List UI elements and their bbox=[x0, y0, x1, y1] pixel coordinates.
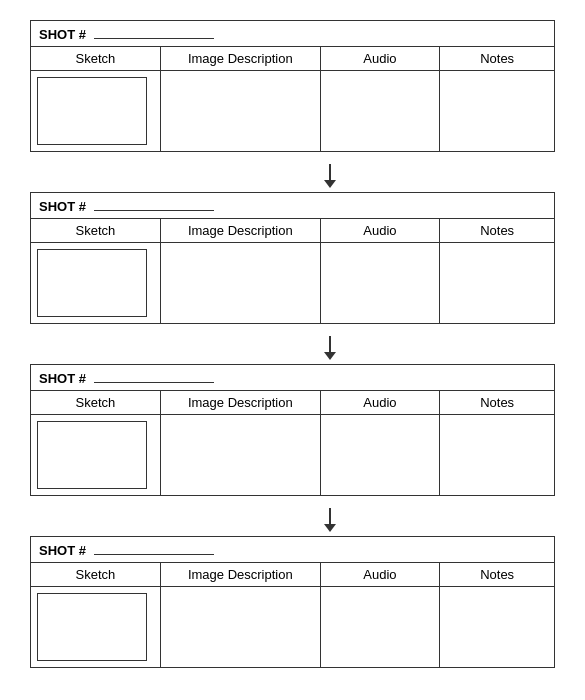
shot-number-line-2[interactable] bbox=[94, 197, 214, 211]
arrow-head-2 bbox=[324, 352, 336, 360]
arrow-head-1 bbox=[324, 180, 336, 188]
col-audio-1: Audio bbox=[320, 47, 440, 71]
table-row bbox=[31, 243, 555, 324]
col-notes-2: Notes bbox=[440, 219, 555, 243]
arrow-shaft-3 bbox=[329, 508, 331, 524]
shot-number-line-3[interactable] bbox=[94, 369, 214, 383]
col-sketch-1: Sketch bbox=[31, 47, 161, 71]
shot-header-2: SHOT # bbox=[30, 192, 555, 218]
col-sketch-4: Sketch bbox=[31, 563, 161, 587]
shot-header-3: SHOT # bbox=[30, 364, 555, 390]
sketch-drawing-area-3[interactable] bbox=[37, 421, 147, 489]
image-desc-cell-3[interactable] bbox=[160, 415, 320, 496]
arrow-1 bbox=[249, 164, 336, 188]
col-image-desc-4: Image Description bbox=[160, 563, 320, 587]
sketch-cell-2[interactable] bbox=[31, 243, 161, 324]
sketch-cell-3[interactable] bbox=[31, 415, 161, 496]
shot-header-4: SHOT # bbox=[30, 536, 555, 562]
image-desc-cell-4[interactable] bbox=[160, 587, 320, 668]
arrow-down-1 bbox=[324, 164, 336, 188]
shot-number-line-1[interactable] bbox=[94, 25, 214, 39]
sketch-drawing-area-4[interactable] bbox=[37, 593, 147, 661]
shot-label-4: SHOT # bbox=[39, 543, 86, 558]
col-image-desc-2: Image Description bbox=[160, 219, 320, 243]
shot-table-3: Sketch Image Description Audio Notes bbox=[30, 390, 555, 496]
shot-block-1: SHOT # Sketch Image Description Audio No… bbox=[30, 20, 555, 152]
arrow-down-2 bbox=[324, 336, 336, 360]
col-notes-4: Notes bbox=[440, 563, 555, 587]
shot-table-2: Sketch Image Description Audio Notes bbox=[30, 218, 555, 324]
col-image-desc-3: Image Description bbox=[160, 391, 320, 415]
arrow-3 bbox=[249, 508, 336, 532]
shot-table-1: Sketch Image Description Audio Notes bbox=[30, 46, 555, 152]
shot-table-4: Sketch Image Description Audio Notes bbox=[30, 562, 555, 668]
image-desc-cell-1[interactable] bbox=[160, 71, 320, 152]
col-audio-3: Audio bbox=[320, 391, 440, 415]
table-row bbox=[31, 587, 555, 668]
shot-label-1: SHOT # bbox=[39, 27, 86, 42]
shot-number-line-4[interactable] bbox=[94, 541, 214, 555]
table-row bbox=[31, 71, 555, 152]
arrow-shaft-1 bbox=[329, 164, 331, 180]
sketch-cell-4[interactable] bbox=[31, 587, 161, 668]
audio-cell-1[interactable] bbox=[320, 71, 440, 152]
audio-cell-3[interactable] bbox=[320, 415, 440, 496]
notes-cell-3[interactable] bbox=[440, 415, 555, 496]
notes-cell-2[interactable] bbox=[440, 243, 555, 324]
sketch-drawing-area-2[interactable] bbox=[37, 249, 147, 317]
shot-label-2: SHOT # bbox=[39, 199, 86, 214]
shot-header-1: SHOT # bbox=[30, 20, 555, 46]
col-notes-3: Notes bbox=[440, 391, 555, 415]
col-audio-2: Audio bbox=[320, 219, 440, 243]
audio-cell-2[interactable] bbox=[320, 243, 440, 324]
audio-cell-4[interactable] bbox=[320, 587, 440, 668]
arrow-down-3 bbox=[324, 508, 336, 532]
shot-block-4: SHOT # Sketch Image Description Audio No… bbox=[30, 536, 555, 668]
notes-cell-4[interactable] bbox=[440, 587, 555, 668]
shot-block-2: SHOT # Sketch Image Description Audio No… bbox=[30, 192, 555, 324]
col-image-desc-1: Image Description bbox=[160, 47, 320, 71]
shot-label-3: SHOT # bbox=[39, 371, 86, 386]
sketch-cell-1[interactable] bbox=[31, 71, 161, 152]
arrow-head-3 bbox=[324, 524, 336, 532]
arrow-shaft-2 bbox=[329, 336, 331, 352]
arrow-2 bbox=[249, 336, 336, 360]
sketch-drawing-area-1[interactable] bbox=[37, 77, 147, 145]
shot-block-3: SHOT # Sketch Image Description Audio No… bbox=[30, 364, 555, 496]
col-sketch-2: Sketch bbox=[31, 219, 161, 243]
col-notes-1: Notes bbox=[440, 47, 555, 71]
col-sketch-3: Sketch bbox=[31, 391, 161, 415]
notes-cell-1[interactable] bbox=[440, 71, 555, 152]
table-row bbox=[31, 415, 555, 496]
image-desc-cell-2[interactable] bbox=[160, 243, 320, 324]
col-audio-4: Audio bbox=[320, 563, 440, 587]
